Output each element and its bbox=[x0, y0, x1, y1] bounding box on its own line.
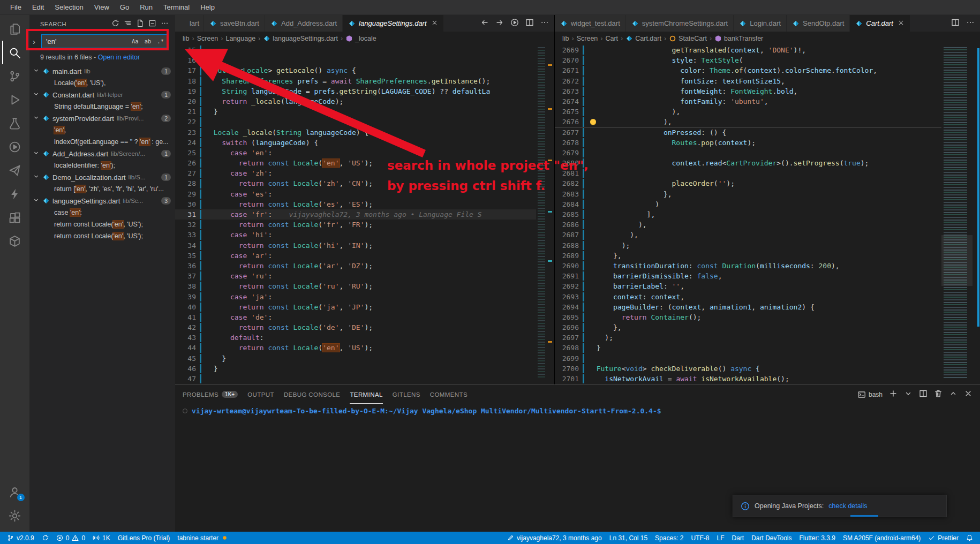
tab-Login.dart[interactable]: Login.dart bbox=[734, 15, 787, 32]
search-match-row[interactable]: return ['en', 'zh', 'es', 'fr', 'hi', 'a… bbox=[29, 183, 175, 195]
code-line[interactable]: 40 return const Locale('ja', 'JP'); bbox=[175, 302, 536, 312]
panel-tab-debug-console[interactable]: DEBUG CONSOLE bbox=[284, 385, 341, 404]
activity-thunder-client[interactable] bbox=[2, 182, 28, 206]
code-line[interactable]: 2690 transitionDuration: const Duration(… bbox=[555, 261, 941, 271]
status-prettier[interactable]: Prettier bbox=[924, 532, 962, 544]
menu-file[interactable]: File bbox=[5, 2, 26, 13]
code-line[interactable]: 2675 ), bbox=[555, 107, 941, 117]
breadcrumb-item[interactable]: Screen bbox=[577, 35, 598, 42]
menu-view[interactable]: View bbox=[89, 2, 114, 13]
status-dart-devtools[interactable]: Dart DevTools bbox=[748, 532, 795, 544]
breadcrumb-item[interactable]: languageSettings.dart bbox=[263, 35, 338, 42]
code-line[interactable]: 2686 ), bbox=[555, 220, 941, 230]
search-match-row[interactable]: indexOf(getLanguage == " ? 'en' : ge... bbox=[29, 136, 175, 148]
code-line[interactable]: 26 return const Locale('en', 'US'); bbox=[175, 158, 536, 168]
more-button[interactable] bbox=[540, 18, 549, 28]
tab-Add_Address.dart[interactable]: Add_Address.dart bbox=[265, 15, 343, 32]
panel-tab-problems[interactable]: PROBLEMS1K+ bbox=[183, 385, 238, 404]
menu-go[interactable]: Go bbox=[115, 2, 134, 13]
code-line[interactable]: 2695 return Container(); bbox=[555, 312, 941, 322]
code-line[interactable]: 2700 Future<void> checkDeliverable() asy… bbox=[555, 364, 941, 374]
code-line[interactable]: 2696 }, bbox=[555, 322, 941, 333]
menu-selection[interactable]: Selection bbox=[50, 2, 88, 13]
tab-Cart.dart[interactable]: Cart.dart bbox=[850, 15, 910, 32]
code-line[interactable]: 16 bbox=[175, 55, 536, 65]
code-editor-left[interactable]: 151617 Future<Locale> getLocale() async … bbox=[175, 45, 536, 384]
open-in-editor-link[interactable]: Open in editor bbox=[98, 54, 140, 61]
code-line[interactable]: 2677 onPressed: () { bbox=[555, 127, 941, 138]
code-line[interactable]: 2701 isNetworkAvail = await isNetworkAva… bbox=[555, 374, 941, 384]
chevron-down-button[interactable] bbox=[904, 389, 913, 399]
code-line[interactable]: 38 return const Locale('ru', 'RU'); bbox=[175, 281, 536, 291]
code-line[interactable]: 2692 barrierLabel: '', bbox=[555, 281, 941, 291]
add-button[interactable] bbox=[889, 389, 898, 399]
regex-toggle[interactable]: .* bbox=[155, 37, 166, 46]
split-editor-button[interactable] bbox=[919, 389, 928, 399]
toggle-replace-chevron[interactable]: › bbox=[33, 37, 40, 46]
menu-run[interactable]: Run bbox=[135, 2, 157, 13]
code-line[interactable]: 2698 } bbox=[555, 343, 941, 353]
code-line[interactable]: 36 return const Locale('ar', 'DZ'); bbox=[175, 261, 536, 271]
code-line[interactable]: 35 case 'ar': bbox=[175, 251, 536, 261]
search-match-row[interactable]: 'en', bbox=[29, 124, 175, 136]
breadcrumb-item[interactable]: lib bbox=[562, 35, 569, 42]
code-line[interactable]: 39 case 'ja': bbox=[175, 292, 536, 302]
activity-project-manager[interactable] bbox=[2, 229, 28, 253]
collapse-all-button[interactable] bbox=[148, 19, 156, 29]
search-match-row[interactable]: String defaultLanguage = 'en'; bbox=[29, 101, 175, 112]
status-version[interactable]: v2.0.9 bbox=[3, 532, 38, 544]
code-line[interactable]: 19 String languageCode = prefs.getString… bbox=[175, 86, 536, 96]
code-line[interactable]: 20 return _locale(languageCode); bbox=[175, 96, 536, 107]
tab-languageSettings.dart[interactable]: languageSettings.dart bbox=[343, 15, 443, 32]
code-line[interactable]: 2682 placeOrder(''); bbox=[555, 178, 941, 188]
status-eol[interactable]: LF bbox=[713, 532, 728, 544]
code-line[interactable]: 25 case 'en': bbox=[175, 148, 536, 158]
search-input[interactable]: 'en' Aaab.* bbox=[41, 34, 169, 48]
status-indentation[interactable]: Spaces: 2 bbox=[651, 532, 687, 544]
breadcrumb-item[interactable]: lib bbox=[183, 35, 190, 42]
more-button[interactable] bbox=[966, 18, 975, 28]
search-result-file[interactable]: main.dartlib1 bbox=[29, 65, 175, 77]
code-line[interactable]: 45 } bbox=[175, 353, 536, 364]
status-tabnine[interactable]: tabnine starter bbox=[174, 532, 232, 544]
activity-devtools[interactable] bbox=[2, 135, 28, 158]
panel-tab-gitlens[interactable]: GITLENS bbox=[393, 385, 420, 404]
split-editor-button[interactable] bbox=[951, 18, 960, 28]
code-line[interactable]: 34 return const Locale('hi', 'IN'); bbox=[175, 240, 536, 251]
close-icon[interactable] bbox=[898, 19, 904, 28]
activity-send[interactable] bbox=[2, 158, 28, 182]
activity-explorer[interactable] bbox=[2, 17, 28, 41]
code-line[interactable]: 2689 }, bbox=[555, 251, 941, 261]
activity-account[interactable]: 1 bbox=[2, 480, 28, 504]
activity-testing[interactable] bbox=[2, 111, 28, 135]
notification-toast[interactable]: Opening Java Projects: check details bbox=[733, 495, 947, 517]
code-line[interactable]: 30 return const Locale('es', 'ES'); bbox=[175, 199, 536, 209]
close-button[interactable] bbox=[964, 389, 973, 399]
whole-word-toggle[interactable]: ab bbox=[142, 37, 154, 46]
tab-saveBtn.dart[interactable]: saveBtn.dart bbox=[204, 15, 265, 32]
status-flutter-version[interactable]: Flutter: 3.3.9 bbox=[796, 532, 839, 544]
status-git-blame[interactable]: vijayvaghela72, 3 months ago bbox=[503, 532, 606, 544]
breadcrumb-item[interactable]: Cart.dart bbox=[625, 35, 661, 42]
activity-extensions[interactable] bbox=[2, 206, 28, 229]
code-line[interactable]: 2687 ), bbox=[555, 230, 941, 240]
code-line[interactable]: 15 bbox=[175, 45, 536, 55]
tab-systemChromeSettings.dart[interactable]: systemChromeSettings.dart bbox=[626, 15, 734, 32]
code-line[interactable]: 41 case 'de': bbox=[175, 312, 536, 322]
minimap-left[interactable] bbox=[536, 45, 547, 384]
code-line[interactable]: 37 case 'ru': bbox=[175, 271, 536, 281]
code-line[interactable]: 28 return const Locale('zh', 'CN'); bbox=[175, 178, 536, 188]
activity-run-debug[interactable] bbox=[2, 88, 28, 111]
forward-button[interactable] bbox=[495, 18, 504, 28]
status-counter[interactable]: 1K bbox=[89, 532, 114, 544]
code-line[interactable]: 18 SharedPreferences prefs = await Share… bbox=[175, 76, 536, 86]
code-line[interactable]: 2670 style: TextStyle( bbox=[555, 55, 941, 65]
match-case-toggle[interactable]: Aa bbox=[130, 37, 141, 46]
more-button[interactable] bbox=[161, 19, 169, 29]
code-line[interactable]: 2678 Routes.pop(context); bbox=[555, 138, 941, 148]
status-cursor-position[interactable]: Ln 31, Col 15 bbox=[606, 532, 651, 544]
code-line[interactable]: 2699 bbox=[555, 353, 941, 364]
code-line[interactable]: 2688 ); bbox=[555, 240, 941, 251]
activity-search[interactable] bbox=[2, 41, 28, 64]
run-button[interactable] bbox=[510, 18, 519, 28]
